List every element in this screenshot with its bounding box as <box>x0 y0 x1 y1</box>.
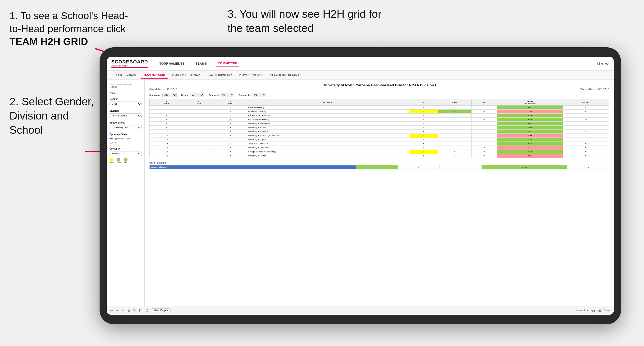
cell-tie <box>472 114 497 118</box>
redo-button[interactable]: ↪ <box>116 309 119 312</box>
h2h-table: #Rank #Reg #Conf Opponent Win Loss Tie D… <box>149 99 609 158</box>
school-select[interactable]: 1. University of Nort... <box>110 125 142 130</box>
share-button[interactable]: Share <box>604 309 610 312</box>
header-loss: Loss <box>438 99 472 106</box>
cell-rank: 14 <box>150 146 184 150</box>
back-button[interactable]: ← <box>122 309 125 312</box>
sub-nav-player-h2h-grid[interactable]: PLAYER H2H GRID <box>236 72 266 78</box>
watch-dropdown-icon: ▼ <box>586 309 588 312</box>
annotation-3-text: 3. You will now see H2H grid for the tea… <box>228 8 382 34</box>
cell-conf: 1 <box>214 114 247 118</box>
table-row: 16 3 University of Florida 3 1 0 -6.42 9 <box>150 154 609 158</box>
watch-button[interactable]: 👁 Watch ▼ <box>576 309 588 312</box>
eye-icon: 👁 <box>576 309 578 312</box>
gender-section: Gender Men's Women's <box>110 98 142 106</box>
cell-win: 0 <box>409 110 438 114</box>
table-row: 11 6 University of Arkansas, Fayettevill… <box>150 134 609 138</box>
conference-filter-select[interactable]: (All) <box>162 93 176 97</box>
cell-reg <box>184 126 214 130</box>
nav-committee[interactable]: COMMITTEE <box>216 61 240 66</box>
school-section: School (Rank) 1. University of Nort... <box>110 121 142 130</box>
cell-diff: 2.61 <box>497 130 563 134</box>
cell-win: 3 <box>409 130 438 134</box>
filter-conference: Conference (All) <box>149 93 176 97</box>
paste-button[interactable]: 📋 <box>139 309 143 312</box>
division-record: Division Record: 88 - 17 - 0 <box>580 88 609 91</box>
cell-rounds: 8 <box>563 130 609 134</box>
table-row: 10 5 University of Alabama 3 0 2.61 8 <box>150 130 609 134</box>
cell-win: 1 <box>409 118 438 122</box>
forward-button[interactable]: ⊞ <box>128 309 130 312</box>
sub-nav-player-summary[interactable]: PLAYER SUMMARY <box>204 72 235 78</box>
cell-loss: 0 <box>438 130 472 134</box>
grid-title: University of North Carolina Head-to-Hea… <box>149 83 609 87</box>
annotation-1: 1. To see a School's Head-to-Head perfor… <box>10 9 133 48</box>
cell-reg <box>184 146 214 150</box>
annotation-3: 3. You will now see H2H grid for the tea… <box>228 7 389 35</box>
cell-name: University of Arizona <box>247 126 409 130</box>
filter-opponent: Opponent (All) <box>208 93 234 97</box>
cell-rounds: 3 <box>563 122 609 126</box>
cell-rounds: 12 <box>563 118 609 122</box>
cell-rank: 12 <box>150 138 184 142</box>
header-win: Win <box>409 99 438 106</box>
opponent-view-label: Opponent View <box>110 133 142 136</box>
gender-select[interactable]: Men's Women's <box>110 102 142 106</box>
logo-bar <box>112 67 148 68</box>
nav-teams[interactable]: TEAMS <box>194 61 209 66</box>
region-filter-label: Region <box>181 94 189 96</box>
annotation-2: 2. Select Gender, Division and School <box>10 95 104 137</box>
out-name-cell: NCAA Division II <box>150 166 356 170</box>
cell-tie: 0 <box>472 150 497 154</box>
cell-rank: 16 <box>150 154 184 158</box>
nav-tournaments[interactable]: TOURNAMENTS <box>158 61 186 66</box>
view-original-button[interactable]: View: Original <box>152 308 171 312</box>
header-diff: Diff AvStrokes/Rnd <box>497 99 563 106</box>
sub-nav-team-summary[interactable]: TEAM SUMMARY <box>112 72 139 78</box>
header-opponent: Opponent <box>247 99 409 106</box>
opponents-filter-select[interactable]: (All) <box>252 93 266 97</box>
sub-nav-player-h2h-heatmap[interactable]: PLAYER H2H HEATMAP <box>268 72 304 78</box>
colour-select[interactable]: Win/loss <box>110 151 142 156</box>
division-select[interactable]: NCAA Division I NCAA Division II <box>110 113 142 118</box>
opponent-filter-select[interactable]: (All) <box>220 93 234 97</box>
cell-win: 3 <box>409 142 438 146</box>
cell-loss: 2 <box>438 146 472 150</box>
cell-rank: 10 <box>150 130 184 134</box>
radio-top-100[interactable]: Top 100 <box>110 141 142 144</box>
division-label: Division <box>110 110 142 112</box>
cell-win: 0 <box>409 134 438 138</box>
cell-conf: 1 <box>214 106 247 110</box>
cell-loss: 1 <box>438 114 472 118</box>
sub-nav-team-h2h-heatmap[interactable]: TEAM H2H HEATMAP <box>169 72 203 78</box>
cell-name: University of Virginia <box>247 138 409 142</box>
opponent-filter-label: Opponent <box>208 94 219 96</box>
colour-label: Colour by <box>110 148 142 150</box>
out-tie-cell: 0 <box>440 166 482 170</box>
dot-down <box>110 158 113 162</box>
cell-tie <box>472 122 497 126</box>
cell-loss: 2 <box>438 118 472 122</box>
cell-diff: 2.33 <box>497 138 563 142</box>
cell-loss: 1 <box>438 134 472 138</box>
copy-button[interactable]: ⧉ <box>134 308 136 312</box>
comment-button[interactable]: 💬 <box>592 309 596 312</box>
cell-rounds: 9 <box>563 106 609 110</box>
annotation-1-bold: TEAM H2H GRID <box>10 36 88 47</box>
cell-rank: 11 <box>150 134 184 138</box>
sub-nav-team-h2h-grid[interactable]: TEAM H2H GRID <box>140 71 168 79</box>
cell-loss: 4 <box>438 110 472 114</box>
region-filter-select[interactable]: (All) <box>190 93 204 97</box>
layout-button[interactable]: ⊞ <box>598 309 601 312</box>
dot-up-label: Up <box>124 162 128 164</box>
cell-diff: -2.29 <box>497 110 563 114</box>
cell-name: University of Arkansas, Fayetteville <box>247 134 409 138</box>
sign-out-button[interactable]: | Sign out <box>597 62 609 65</box>
annotation-1-text: 1. To see a School's Head-to-Head perfor… <box>10 10 128 34</box>
clock-button[interactable]: ⏱ <box>146 309 149 312</box>
out-rounds-cell: 3 <box>567 166 609 170</box>
cell-conf: 2 <box>214 122 247 126</box>
undo-button[interactable]: ↩ <box>110 309 113 312</box>
radio-opponents-played[interactable]: Opponents Played <box>110 137 142 140</box>
cell-conf: 5 <box>214 130 247 134</box>
